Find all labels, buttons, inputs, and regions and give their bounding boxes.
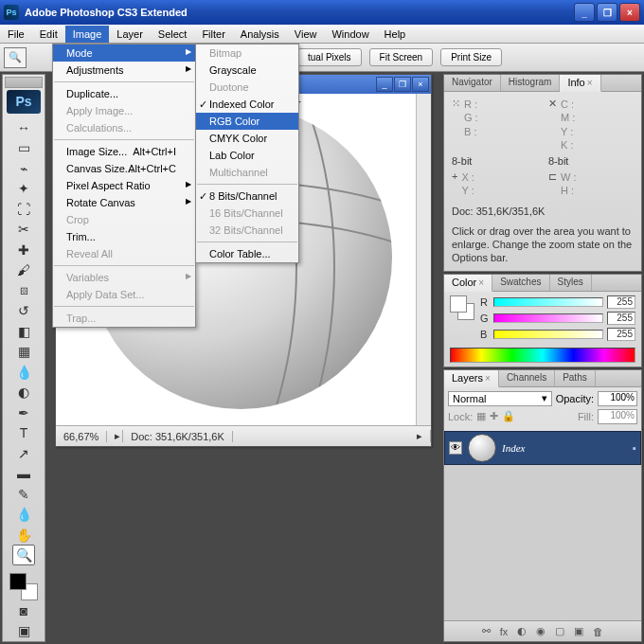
fg-color[interactable] [9,573,27,590]
color-chip[interactable] [450,295,474,320]
doc-close-button[interactable]: × [412,77,429,92]
color-spectrum[interactable] [450,348,635,363]
tab-swatches[interactable]: Swatches [492,275,549,291]
menu-item-8-bits-channel[interactable]: ✓8 Bits/Channel [196,188,298,205]
menu-item-pixel-aspect-ratio[interactable]: Pixel Aspect Ratio [53,177,195,194]
tab-navigator[interactable]: Navigator [444,75,501,91]
folder-icon[interactable]: ▢ [555,625,564,637]
menu-item-rgb-color[interactable]: RGB Color [196,113,298,130]
r-slider[interactable] [493,297,603,307]
menu-item-lab-color[interactable]: Lab Color [196,147,298,164]
close-button[interactable]: × [619,3,640,22]
lock-position-icon[interactable]: ✚ [490,410,498,422]
visibility-icon[interactable]: 👁 [449,441,462,455]
link-icon[interactable]: ⚯ [482,625,491,637]
maximize-button[interactable]: ❐ [597,3,617,22]
screenmode-icon[interactable]: ▣ [12,621,35,641]
actual-pixels-button[interactable]: tual Pixels [297,48,362,66]
menu-window[interactable]: Window [324,26,376,43]
layer-thumbnail[interactable] [468,434,496,462]
opacity-input[interactable]: 100% [598,391,637,406]
fx-icon[interactable]: fx [500,626,509,637]
menu-item-adjustments[interactable]: Adjustments [53,62,195,79]
menu-help[interactable]: Help [377,26,414,43]
print-size-button[interactable]: Print Size [440,48,502,66]
menu-item-indexed-color[interactable]: ✓Indexed Color [196,96,298,113]
menu-image[interactable]: Image [65,26,110,43]
minimize-button[interactable]: _ [574,3,595,22]
fit-screen-button[interactable]: Fit Screen [369,48,434,66]
zoom-tool-icon[interactable]: 🔍 [4,47,27,68]
history-brush-tool[interactable]: ↺ [12,301,35,321]
move-tool[interactable]: ↔ [12,117,35,137]
eyedropper-tool[interactable]: 💧 [12,504,35,524]
tab-histogram[interactable]: Histogram [501,75,561,91]
blend-mode-select[interactable]: Normal▾ [448,391,552,406]
trash-icon[interactable]: 🗑 [593,626,603,637]
type-tool[interactable]: T [12,422,35,442]
menu-view[interactable]: View [287,26,325,43]
menu-analysis[interactable]: Analysis [233,26,287,43]
doc-minimize-button[interactable]: _ [376,77,393,92]
menu-item-canvas-size-[interactable]: Canvas Size...Alt+Ctrl+C [53,160,195,177]
menu-item-mode[interactable]: Mode [53,45,195,62]
path-tool[interactable]: ↗ [12,443,35,463]
menu-select[interactable]: Select [151,26,195,43]
wand-tool[interactable]: ✦ [12,179,35,199]
menu-edit[interactable]: Edit [32,26,65,43]
tab-color[interactable]: Color× [444,275,492,292]
stamp-tool[interactable]: ⧇ [12,280,35,300]
g-value[interactable]: 255 [607,312,635,325]
gradient-tool[interactable]: ▦ [12,341,35,361]
crop-tool[interactable]: ⛶ [12,199,35,219]
tab-styles[interactable]: Styles [550,275,592,291]
heal-tool[interactable]: ✚ [12,240,35,259]
r-value[interactable]: 255 [607,295,635,309]
color-swatches[interactable] [9,573,38,600]
menu-item-trim-[interactable]: Trim... [53,228,195,245]
vertical-scrollbar[interactable] [416,94,431,425]
menu-item-cmyk-color[interactable]: CMYK Color [196,130,298,147]
menu-item-image-size-[interactable]: Image Size...Alt+Ctrl+I [53,143,195,160]
hand-tool[interactable]: ✋ [12,525,35,545]
zoom-level[interactable]: 66,67% [56,431,107,442]
lock-pixels-icon[interactable]: ▦ [476,410,486,422]
tab-info[interactable]: Info× [560,75,600,92]
mask-icon[interactable]: ◐ [517,625,527,637]
menu-item-duplicate-[interactable]: Duplicate... [53,85,195,102]
menu-filter[interactable]: Filter [194,26,232,43]
zoom-tool[interactable]: 🔍 [12,545,35,565]
shape-tool[interactable]: ▬ [12,463,35,483]
marquee-tool[interactable]: ▭ [12,138,35,158]
menu-item-color-table-[interactable]: Color Table... [196,245,298,262]
menu-item-grayscale[interactable]: Grayscale [196,62,298,79]
tab-paths[interactable]: Paths [555,370,596,386]
blur-tool[interactable]: 💧 [12,362,35,382]
b-value[interactable]: 255 [607,328,635,341]
pen-tool[interactable]: ✒ [12,402,35,422]
layer-row[interactable]: 👁 Index ▪ [444,431,641,465]
layer-name[interactable]: Index [502,442,525,454]
menu-layer[interactable]: Layer [109,26,151,43]
eraser-tool[interactable]: ◧ [12,321,35,341]
lock-all-icon[interactable]: 🔒 [502,410,515,422]
image-menu-dropdown[interactable]: ModeAdjustmentsDuplicate...Apply Image..… [52,44,196,328]
notes-tool[interactable]: ✎ [12,484,35,504]
quickmask-icon[interactable]: ◙ [12,600,35,620]
new-layer-icon[interactable]: ▣ [574,625,583,637]
slice-tool[interactable]: ✂ [12,220,35,240]
lasso-tool[interactable]: ⌁ [12,158,35,178]
dodge-tool[interactable]: ◐ [12,382,35,402]
toolbox-grip[interactable] [5,77,43,88]
fill-input[interactable]: 100% [598,409,637,424]
g-slider[interactable] [493,313,603,323]
mode-submenu-dropdown[interactable]: BitmapGrayscaleDuotone✓Indexed ColorRGB … [195,44,299,263]
tab-channels[interactable]: Channels [499,370,555,386]
doc-maximize-button[interactable]: ❐ [394,77,411,92]
menu-file[interactable]: File [0,26,32,43]
brush-tool[interactable]: 🖌 [12,260,35,280]
tab-layers[interactable]: Layers× [444,370,499,387]
menu-item-rotate-canvas[interactable]: Rotate Canvas [53,194,195,211]
adjustment-icon[interactable]: ◉ [536,625,546,637]
b-slider[interactable] [493,330,603,339]
